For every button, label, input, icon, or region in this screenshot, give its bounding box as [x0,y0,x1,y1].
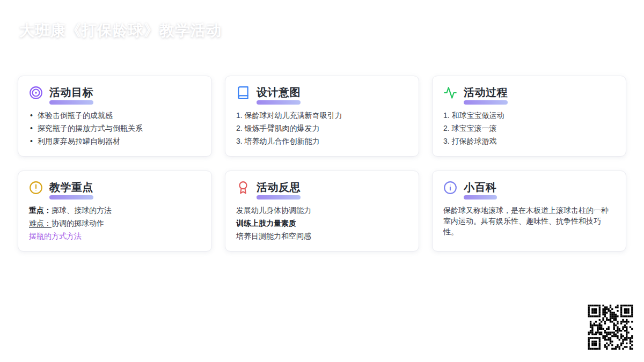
card-reflection: 活动反思 发展幼儿身体协调能力 训练上肢力量素质 培养目测能力和空间感 [225,171,419,252]
card-process: 活动过程 1. 和球宝宝做运动 2. 球宝宝滚一滚 3. 打保龄球游戏 [432,76,626,157]
list-item: •体验击倒瓶子的成就感 [29,109,201,122]
card-process-body: 1. 和球宝宝做运动 2. 球宝宝滚一滚 3. 打保龄球游戏 [443,109,615,147]
title-underline [257,100,301,105]
encyclopedia-text: 保龄球又称地滚球，是在木板道上滚球击柱的一种室内运动。具有娱乐性、趣味性、抗争性… [443,205,615,237]
bullet-glyph: • [29,135,38,147]
card-focus: 教学重点 重点：掷球、接球的方法 难点：协调的掷球动作 摆瓶的方式方法 [18,171,212,252]
difficulty-line: 难点：协调的掷球动作 [29,217,201,230]
card-encyclopedia-title: 小百科 [464,180,497,194]
title-underline [49,100,93,105]
focus-point-label: 重点： [29,206,52,215]
list-item: 1. 保龄球对幼儿充满新奇吸引力 [236,109,408,122]
page-title: 大班康《打保龄球》教学活动 [19,20,222,41]
highlight-line: 摆瓶的方式方法 [29,230,201,242]
reflection-line: 培养目测能力和空间感 [236,230,408,242]
card-goals: 活动目标 •体验击倒瓶子的成就感 •探究瓶子的摆放方式与倒瓶关系 •利用废弃易拉… [18,76,212,157]
book-icon [236,86,250,100]
bullet-glyph: • [29,122,38,135]
card-title-wrap: 教学重点 [49,180,93,200]
card-design-title: 设计意图 [257,85,301,99]
title-underline [49,195,93,200]
reflection-line: 发展幼儿身体协调能力 [236,204,408,217]
title-underline [464,195,497,200]
list-item: •利用废弃易拉罐自制器材 [29,135,201,147]
alert-circle-icon [29,181,43,195]
card-reflection-header: 活动反思 [236,180,408,200]
card-focus-body: 重点：掷球、接球的方法 难点：协调的掷球动作 摆瓶的方式方法 [29,204,201,242]
card-title-wrap: 活动过程 [464,85,508,105]
card-encyclopedia: 小百科 保龄球又称地滚球，是在木板道上滚球击柱的一种室内运动。具有娱乐性、趣味性… [432,171,626,252]
card-goals-body: •体验击倒瓶子的成就感 •探究瓶子的摆放方式与倒瓶关系 •利用废弃易拉罐自制器材 [29,109,201,147]
info-icon [443,181,457,195]
title-underline [464,100,508,105]
bullet-glyph: • [29,109,38,122]
card-focus-title: 教学重点 [49,180,93,194]
list-item: 2. 锻炼手臂肌肉的爆发力 [236,122,408,135]
card-encyclopedia-header: 小百科 [443,180,615,200]
title-underline [257,195,301,200]
list-item: 2. 球宝宝滚一滚 [443,122,615,135]
card-grid: 活动目标 •体验击倒瓶子的成就感 •探究瓶子的摆放方式与倒瓶关系 •利用废弃易拉… [18,76,626,252]
list-item: 3. 打保龄球游戏 [443,135,615,147]
activity-icon [443,86,457,100]
card-design-body: 1. 保龄球对幼儿充满新奇吸引力 2. 锻炼手臂肌肉的爆发力 3. 培养幼儿合作… [236,109,408,147]
card-focus-header: 教学重点 [29,180,201,200]
focus-point-line: 重点：掷球、接球的方法 [29,204,201,217]
card-reflection-body: 发展幼儿身体协调能力 训练上肢力量素质 培养目测能力和空间感 [236,204,408,242]
card-goals-header: 活动目标 [29,85,201,105]
list-item: 3. 培养幼儿合作创新能力 [236,135,408,147]
card-title-wrap: 小百科 [464,180,497,200]
difficulty-label: 难点： [29,219,52,227]
card-process-title: 活动过程 [464,85,508,99]
card-title-wrap: 活动反思 [257,180,301,200]
target-icon [29,86,43,100]
reflection-line-bold: 训练上肢力量素质 [236,217,408,230]
card-title-wrap: 活动目标 [49,85,93,105]
card-process-header: 活动过程 [443,85,615,105]
qr-code [588,305,633,350]
list-item: •探究瓶子的摆放方式与倒瓶关系 [29,122,201,135]
card-reflection-title: 活动反思 [257,180,301,194]
card-design-header: 设计意图 [236,85,408,105]
list-item: 1. 和球宝宝做运动 [443,109,615,122]
page: 大班康《打保龄球》教学活动 活动目标 •体验击倒瓶子的成就感 •探究瓶子的摆放方… [0,0,644,362]
card-design: 设计意图 1. 保龄球对幼儿充满新奇吸引力 2. 锻炼手臂肌肉的爆发力 3. 培… [225,76,419,157]
card-goals-title: 活动目标 [49,85,93,99]
card-encyclopedia-body: 保龄球又称地滚球，是在木板道上滚球击柱的一种室内运动。具有娱乐性、趣味性、抗争性… [443,205,615,237]
award-icon [236,181,250,195]
card-title-wrap: 设计意图 [257,85,301,105]
